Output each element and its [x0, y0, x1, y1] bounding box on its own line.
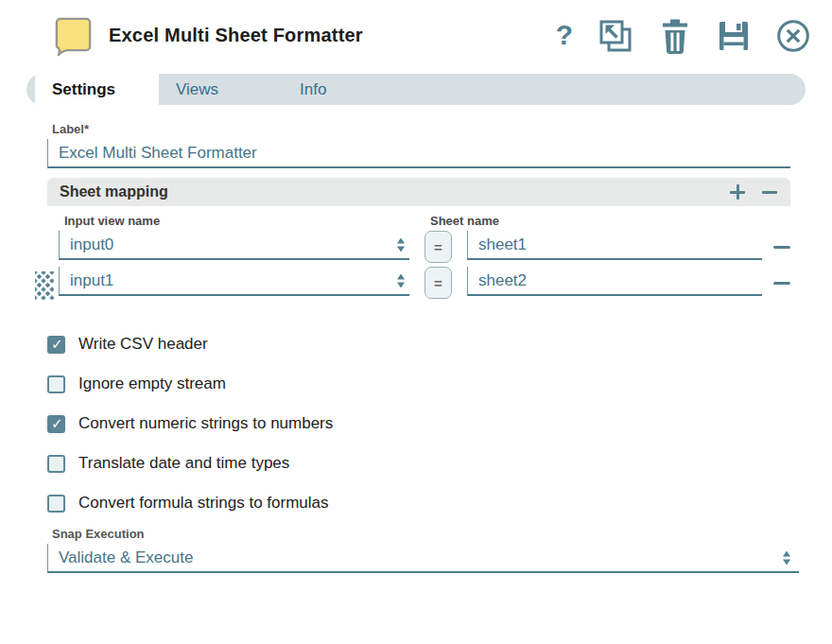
delete-row-icon[interactable]	[773, 246, 790, 249]
checkbox-row-convert-formula-strings: Convert formula strings to formulas	[47, 483, 790, 523]
table-row: input0 = sheet1	[59, 231, 790, 266]
column-header-input-view: Input view name	[64, 214, 160, 228]
sheet-name-input[interactable]: sheet1	[467, 231, 762, 260]
help-icon[interactable]: ?	[556, 21, 573, 51]
open-in-new-window-icon[interactable]	[598, 18, 633, 53]
checkbox-label: Write CSV header	[78, 335, 208, 354]
dropdown-spinner-icon[interactable]	[783, 550, 790, 565]
checkbox-row-ignore-empty-stream: Ignore empty stream	[47, 364, 790, 404]
table-row: input1 = sheet2	[59, 267, 790, 302]
tab-bar-left-cap	[26, 74, 35, 105]
sheet-mapping-title: Sheet mapping	[60, 183, 714, 200]
column-header-sheet-name: Sheet name	[430, 214, 499, 228]
snap-execution-value: Validate & Execute	[59, 548, 193, 567]
sheet-mapping-column-headers: Input view name Sheet name	[47, 214, 790, 230]
checkbox[interactable]	[47, 495, 65, 513]
snap-execution-dropdown[interactable]: Validate & Execute	[47, 544, 799, 573]
dropdown-spinner-icon[interactable]	[397, 273, 405, 287]
sheet-name-value: sheet1	[478, 235, 527, 254]
delete-row-icon[interactable]	[773, 282, 790, 285]
sheet-name-input[interactable]: sheet2	[467, 267, 762, 296]
tab-bar: Settings Views Info	[26, 74, 806, 105]
options-checkbox-group: Write CSV header Ignore empty stream Con…	[47, 324, 790, 523]
checkbox-row-convert-numeric-strings: Convert numeric strings to numbers	[47, 404, 790, 444]
drag-handle-icon[interactable]	[35, 271, 54, 300]
close-icon[interactable]	[775, 18, 811, 54]
snap-execution-label: Snap Execution	[52, 527, 790, 541]
checkbox-label: Ignore empty stream	[78, 374, 226, 393]
dialog-title: Excel Multi Sheet Formatter	[109, 25, 363, 46]
tab-info[interactable]: Info	[283, 74, 407, 105]
label-field-label: Label*	[52, 122, 790, 136]
label-input-value: Excel Multi Sheet Formatter	[59, 144, 257, 163]
sheet-name-value: sheet2	[478, 271, 527, 290]
dialog-toolbar: ?	[556, 17, 811, 55]
checkbox[interactable]	[47, 455, 65, 473]
remove-row-icon[interactable]	[761, 183, 778, 200]
expression-toggle-button[interactable]: =	[425, 267, 452, 299]
tab-views[interactable]: Views	[159, 74, 283, 105]
expression-toggle-button[interactable]: =	[425, 231, 452, 263]
add-row-icon[interactable]	[729, 183, 746, 200]
input-view-dropdown[interactable]: input1	[59, 267, 409, 296]
save-icon[interactable]	[718, 19, 750, 53]
checkbox[interactable]	[47, 415, 65, 433]
checkbox-row-write-csv-header: Write CSV header	[47, 324, 790, 364]
checkbox-label: Convert formula strings to formulas	[78, 494, 329, 513]
settings-panel: Label* Excel Multi Sheet Formatter Sheet…	[0, 105, 832, 573]
input-view-dropdown[interactable]: input0	[59, 231, 409, 260]
dialog-header: Excel Multi Sheet Formatter ?	[0, 0, 832, 69]
checkbox-label: Convert numeric strings to numbers	[78, 414, 333, 433]
input-view-value: input1	[70, 271, 113, 290]
input-view-value: input0	[70, 235, 113, 254]
delete-icon[interactable]	[658, 17, 692, 55]
checkbox-label: Translate date and time types	[78, 454, 289, 473]
checkbox-row-translate-date-time: Translate date and time types	[47, 444, 790, 483]
tab-settings[interactable]: Settings	[35, 74, 159, 105]
snap-settings-dialog: Excel Multi Sheet Formatter ?	[0, 0, 832, 644]
label-input[interactable]: Excel Multi Sheet Formatter	[47, 139, 790, 168]
checkbox[interactable]	[47, 375, 65, 393]
checkbox[interactable]	[47, 336, 65, 354]
snap-note-icon	[51, 13, 95, 58]
dropdown-spinner-icon[interactable]	[397, 237, 405, 252]
sheet-mapping-header: Sheet mapping	[47, 178, 790, 206]
